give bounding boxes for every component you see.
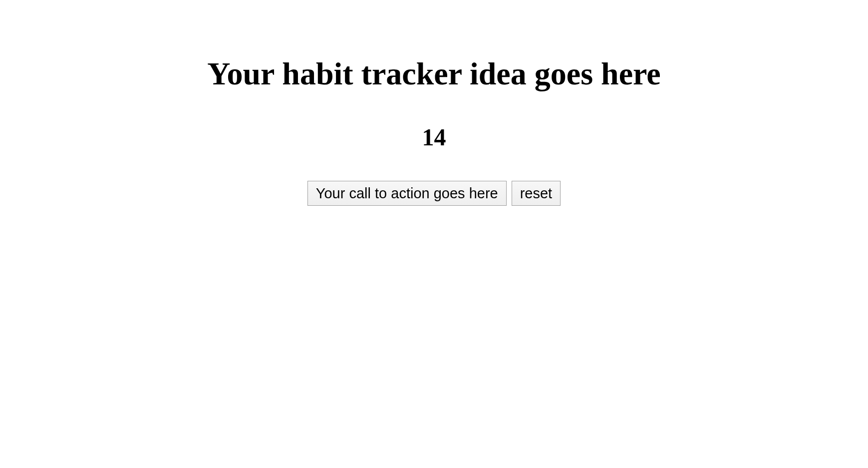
habit-counter: 14 <box>0 123 868 151</box>
reset-button[interactable]: reset <box>512 181 561 206</box>
main-container: Your habit tracker idea goes here 14 You… <box>0 0 868 206</box>
button-row: Your call to action goes here reset <box>307 181 561 206</box>
page-title: Your habit tracker idea goes here <box>0 55 868 93</box>
cta-button[interactable]: Your call to action goes here <box>307 181 507 206</box>
